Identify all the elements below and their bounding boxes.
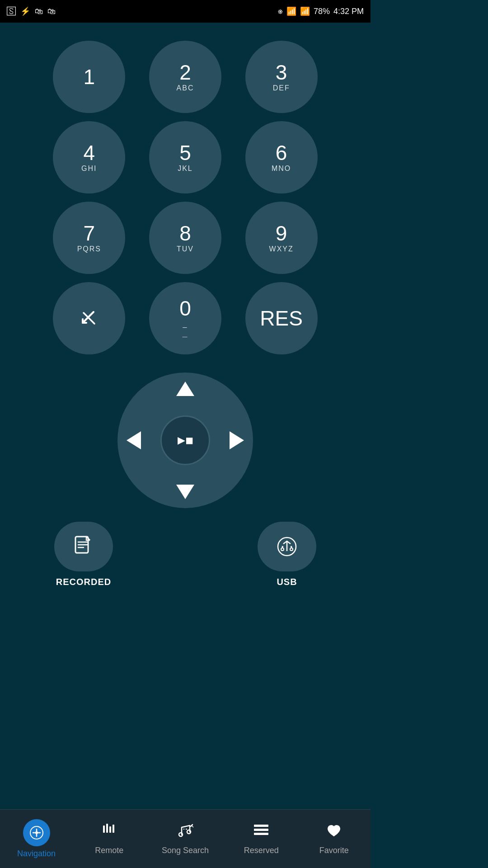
dpad-down-button[interactable] [176, 485, 194, 499]
dial-num-RES: RES [260, 308, 303, 329]
dial-btn-2[interactable]: 2ABC [149, 41, 221, 113]
dial-num-5: 5 [179, 142, 191, 163]
usb-icon: ⚡ [20, 6, 30, 16]
dial-btn-0[interactable]: 0_＿ [149, 282, 221, 354]
app-icon: 🅂 [7, 6, 16, 17]
dial-letters-8: TUV [177, 245, 194, 253]
dpad-circle: ▶◼ [117, 373, 253, 508]
bag-icon1: 🛍 [35, 7, 43, 16]
dial-letters-5: JKL [178, 165, 193, 173]
dial-letters-9: WXYZ [269, 245, 294, 253]
dial-letters-0: _ [183, 320, 188, 328]
svg-point-2 [281, 548, 284, 551]
dial-letters-6: MNO [272, 165, 291, 173]
dial-num-7: 7 [84, 223, 95, 244]
dial-num-2: 2 [179, 62, 191, 83]
time-display: 4:32 PM [333, 7, 364, 16]
dial-btn-3[interactable]: 3DEF [245, 41, 318, 113]
svg-point-3 [290, 548, 293, 551]
dpad-container: ▶◼ [117, 373, 253, 508]
recorded-icon-circle [54, 522, 113, 571]
usb-symbol-icon [275, 537, 299, 557]
dial-btn-9[interactable]: 9WXYZ [245, 202, 318, 274]
dial-letters-3: DEF [273, 84, 290, 92]
dial-num-9: 9 [276, 223, 287, 244]
recorded-label: RECORDED [56, 577, 111, 587]
bag-icon2: 🛍 [47, 7, 56, 16]
dpad-right-button[interactable] [230, 431, 244, 449]
dial-btn-1[interactable]: 1 [53, 41, 125, 113]
dial-letters-0: ＿ [181, 330, 189, 339]
status-icons-left: 🅂 ⚡ 🛍 🛍 [7, 6, 56, 17]
recorded-button[interactable]: RECORDED [54, 522, 113, 587]
wifi-icon: 📶 [286, 6, 296, 16]
dpad-left-button[interactable] [127, 431, 141, 449]
status-bar: 🅂 ⚡ 🛍 🛍 ⎈ 📶 📶 78% 4:32 PM [0, 0, 371, 23]
battery-text: 78% [314, 7, 330, 16]
dial-num-0: 0 [179, 298, 191, 319]
play-stop-icon: ▶◼ [178, 434, 193, 446]
dial-btn--[interactable] [53, 282, 125, 354]
dial-btn-res[interactable]: RES [245, 282, 318, 354]
usb-button[interactable]: USB [258, 522, 316, 587]
usb-label: USB [277, 577, 297, 587]
dial-btn-4[interactable]: 4GHI [53, 121, 125, 193]
dial-num-3: 3 [276, 62, 287, 83]
dialpad: 12ABC3DEF4GHI5JKL6MNO7PQRS8TUV9WXYZ 0_＿R… [45, 41, 325, 354]
dial-num-6: 6 [276, 142, 287, 163]
dial-btn-8[interactable]: 8TUV [149, 202, 221, 274]
dial-btn-6[interactable]: 6MNO [245, 121, 318, 193]
media-buttons: RECORDED USB [45, 522, 325, 587]
main-content: 12ABC3DEF4GHI5JKL6MNO7PQRS8TUV9WXYZ 0_＿R… [0, 23, 371, 610]
dial-letters-4: GHI [81, 165, 97, 173]
dial-num-4: 4 [84, 142, 95, 163]
dial-letters-2: ABC [177, 84, 194, 92]
dial-num-8: 8 [179, 223, 191, 244]
backspace-icon [79, 308, 99, 328]
status-icons-right: ⎈ 📶 📶 78% 4:32 PM [278, 6, 364, 16]
bluetooth-icon: ⎈ [278, 7, 283, 16]
dial-btn-5[interactable]: 5JKL [149, 121, 221, 193]
dpad-up-button[interactable] [176, 382, 194, 396]
signal-icon: 📶 [300, 6, 310, 16]
dial-letters-7: PQRS [77, 245, 101, 253]
dpad-center-button[interactable]: ▶◼ [160, 415, 210, 465]
dial-btn-7[interactable]: 7PQRS [53, 202, 125, 274]
recorded-doc-icon [74, 536, 94, 557]
usb-icon-circle [258, 522, 316, 571]
dial-num-1: 1 [84, 66, 95, 87]
